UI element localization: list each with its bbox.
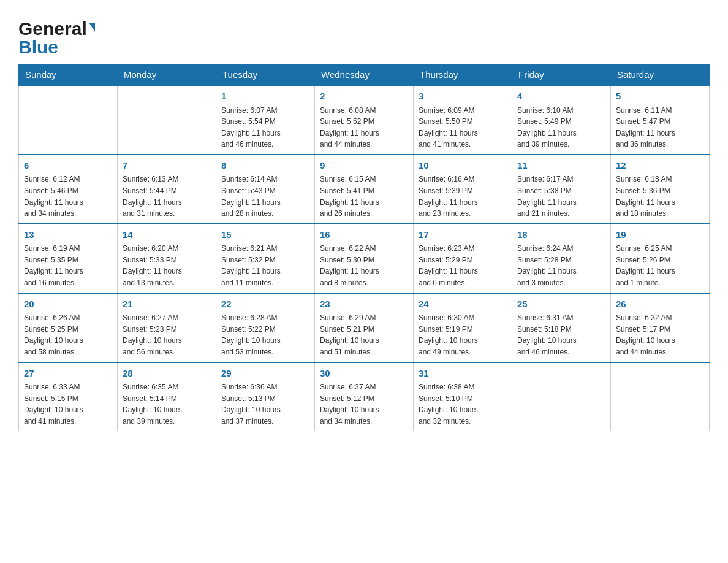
day-info: Sunrise: 6:09 AM Sunset: 5:50 PM Dayligh… xyxy=(419,105,507,150)
day-number: 17 xyxy=(419,228,507,242)
header-thursday: Thursday xyxy=(414,64,512,86)
day-info: Sunrise: 6:19 AM Sunset: 5:35 PM Dayligh… xyxy=(24,243,112,288)
day-info: Sunrise: 6:20 AM Sunset: 5:33 PM Dayligh… xyxy=(123,243,211,288)
day-number: 3 xyxy=(419,90,507,104)
day-info: Sunrise: 6:13 AM Sunset: 5:44 PM Dayligh… xyxy=(123,174,211,219)
day-info: Sunrise: 6:32 AM Sunset: 5:17 PM Dayligh… xyxy=(616,312,704,358)
calendar-week-5: 27Sunrise: 6:33 AM Sunset: 5:15 PM Dayli… xyxy=(19,362,710,431)
day-info: Sunrise: 6:36 AM Sunset: 5:13 PM Dayligh… xyxy=(221,381,309,427)
day-info: Sunrise: 6:35 AM Sunset: 5:14 PM Dayligh… xyxy=(123,381,211,427)
day-info: Sunrise: 6:31 AM Sunset: 5:18 PM Dayligh… xyxy=(517,312,605,358)
calendar-cell: 28Sunrise: 6:35 AM Sunset: 5:14 PM Dayli… xyxy=(118,362,216,431)
day-number: 20 xyxy=(24,297,112,312)
header-wednesday: Wednesday xyxy=(315,64,414,86)
calendar-cell: 10Sunrise: 6:16 AM Sunset: 5:39 PM Dayli… xyxy=(414,155,512,224)
calendar-cell: 16Sunrise: 6:22 AM Sunset: 5:30 PM Dayli… xyxy=(315,224,414,293)
day-info: Sunrise: 6:38 AM Sunset: 5:10 PM Dayligh… xyxy=(419,381,507,427)
day-info: Sunrise: 6:07 AM Sunset: 5:54 PM Dayligh… xyxy=(221,105,309,150)
day-number: 6 xyxy=(24,159,112,173)
calendar-cell: 23Sunrise: 6:29 AM Sunset: 5:21 PM Dayli… xyxy=(315,293,414,362)
day-number: 10 xyxy=(419,159,507,173)
day-number: 15 xyxy=(221,228,309,242)
day-info: Sunrise: 6:21 AM Sunset: 5:32 PM Dayligh… xyxy=(221,243,309,288)
day-number: 9 xyxy=(320,159,408,173)
day-info: Sunrise: 6:14 AM Sunset: 5:43 PM Dayligh… xyxy=(221,174,309,219)
day-number: 23 xyxy=(320,297,408,312)
calendar-cell: 8Sunrise: 6:14 AM Sunset: 5:43 PM Daylig… xyxy=(216,155,315,224)
calendar-cell: 29Sunrise: 6:36 AM Sunset: 5:13 PM Dayli… xyxy=(216,362,315,431)
day-number: 30 xyxy=(320,367,408,381)
day-info: Sunrise: 6:12 AM Sunset: 5:46 PM Dayligh… xyxy=(24,174,112,219)
day-number: 29 xyxy=(221,367,309,381)
calendar-cell: 22Sunrise: 6:28 AM Sunset: 5:22 PM Dayli… xyxy=(216,293,315,362)
calendar-cell: 17Sunrise: 6:23 AM Sunset: 5:29 PM Dayli… xyxy=(414,224,512,293)
day-info: Sunrise: 6:25 AM Sunset: 5:26 PM Dayligh… xyxy=(616,243,704,288)
day-info: Sunrise: 6:10 AM Sunset: 5:49 PM Dayligh… xyxy=(517,105,605,150)
calendar-cell: 25Sunrise: 6:31 AM Sunset: 5:18 PM Dayli… xyxy=(512,293,611,362)
calendar-cell: 27Sunrise: 6:33 AM Sunset: 5:15 PM Dayli… xyxy=(19,362,118,431)
day-number: 13 xyxy=(24,228,112,242)
header-sunday: Sunday xyxy=(19,64,118,86)
day-number: 1 xyxy=(221,90,309,104)
day-number: 12 xyxy=(616,159,704,173)
header-saturday: Saturday xyxy=(611,64,710,86)
logo-triangle-icon xyxy=(89,23,95,32)
day-number: 8 xyxy=(221,159,309,173)
day-info: Sunrise: 6:16 AM Sunset: 5:39 PM Dayligh… xyxy=(419,174,507,219)
day-info: Sunrise: 6:22 AM Sunset: 5:30 PM Dayligh… xyxy=(320,243,408,288)
calendar-cell: 5Sunrise: 6:11 AM Sunset: 5:47 PM Daylig… xyxy=(611,85,710,155)
calendar-cell: 13Sunrise: 6:19 AM Sunset: 5:35 PM Dayli… xyxy=(19,224,118,293)
calendar-cell: 14Sunrise: 6:20 AM Sunset: 5:33 PM Dayli… xyxy=(118,224,216,293)
calendar-cell: 1Sunrise: 6:07 AM Sunset: 5:54 PM Daylig… xyxy=(216,85,315,155)
calendar-cell: 2Sunrise: 6:08 AM Sunset: 5:52 PM Daylig… xyxy=(315,85,414,155)
calendar-cell: 26Sunrise: 6:32 AM Sunset: 5:17 PM Dayli… xyxy=(611,293,710,362)
day-info: Sunrise: 6:23 AM Sunset: 5:29 PM Dayligh… xyxy=(419,243,507,288)
calendar-cell: 7Sunrise: 6:13 AM Sunset: 5:44 PM Daylig… xyxy=(118,155,216,224)
calendar-cell xyxy=(512,362,611,431)
day-number: 4 xyxy=(517,90,605,104)
calendar-cell: 30Sunrise: 6:37 AM Sunset: 5:12 PM Dayli… xyxy=(315,362,414,431)
day-number: 18 xyxy=(517,228,605,242)
day-info: Sunrise: 6:37 AM Sunset: 5:12 PM Dayligh… xyxy=(320,381,408,427)
calendar-cell xyxy=(611,362,710,431)
calendar-week-1: 1Sunrise: 6:07 AM Sunset: 5:54 PM Daylig… xyxy=(19,85,710,155)
calendar-cell: 4Sunrise: 6:10 AM Sunset: 5:49 PM Daylig… xyxy=(512,85,611,155)
day-info: Sunrise: 6:30 AM Sunset: 5:19 PM Dayligh… xyxy=(419,312,507,358)
day-info: Sunrise: 6:28 AM Sunset: 5:22 PM Dayligh… xyxy=(221,312,309,358)
day-number: 19 xyxy=(616,228,704,242)
calendar-cell: 31Sunrise: 6:38 AM Sunset: 5:10 PM Dayli… xyxy=(414,362,512,431)
calendar-week-4: 20Sunrise: 6:26 AM Sunset: 5:25 PM Dayli… xyxy=(19,293,710,362)
calendar-cell xyxy=(118,85,216,155)
calendar-cell: 19Sunrise: 6:25 AM Sunset: 5:26 PM Dayli… xyxy=(611,224,710,293)
day-info: Sunrise: 6:27 AM Sunset: 5:23 PM Dayligh… xyxy=(123,312,211,358)
calendar-cell: 18Sunrise: 6:24 AM Sunset: 5:28 PM Dayli… xyxy=(512,224,611,293)
day-info: Sunrise: 6:15 AM Sunset: 5:41 PM Dayligh… xyxy=(320,174,408,219)
day-number: 7 xyxy=(123,159,211,173)
header-tuesday: Tuesday xyxy=(216,64,315,86)
calendar-cell: 12Sunrise: 6:18 AM Sunset: 5:36 PM Dayli… xyxy=(611,155,710,224)
logo: General Blue xyxy=(18,12,95,58)
calendar-cell: 11Sunrise: 6:17 AM Sunset: 5:38 PM Dayli… xyxy=(512,155,611,224)
day-info: Sunrise: 6:11 AM Sunset: 5:47 PM Dayligh… xyxy=(616,105,704,150)
day-number: 28 xyxy=(123,367,211,381)
day-number: 16 xyxy=(320,228,408,242)
day-info: Sunrise: 6:18 AM Sunset: 5:36 PM Dayligh… xyxy=(616,174,704,219)
day-number: 25 xyxy=(517,297,605,312)
day-info: Sunrise: 6:17 AM Sunset: 5:38 PM Dayligh… xyxy=(517,174,605,219)
day-number: 5 xyxy=(616,90,704,104)
day-number: 26 xyxy=(616,297,704,312)
day-number: 27 xyxy=(24,367,112,381)
calendar-cell: 9Sunrise: 6:15 AM Sunset: 5:41 PM Daylig… xyxy=(315,155,414,224)
logo-general-text: General xyxy=(18,18,87,39)
calendar-cell xyxy=(19,85,118,155)
day-number: 14 xyxy=(123,228,211,242)
calendar-week-3: 13Sunrise: 6:19 AM Sunset: 5:35 PM Dayli… xyxy=(19,224,710,293)
day-info: Sunrise: 6:26 AM Sunset: 5:25 PM Dayligh… xyxy=(24,312,112,358)
calendar-week-2: 6Sunrise: 6:12 AM Sunset: 5:46 PM Daylig… xyxy=(19,155,710,224)
page-header: General Blue xyxy=(18,12,710,58)
day-info: Sunrise: 6:08 AM Sunset: 5:52 PM Dayligh… xyxy=(320,105,408,150)
day-info: Sunrise: 6:29 AM Sunset: 5:21 PM Dayligh… xyxy=(320,312,408,358)
day-number: 21 xyxy=(123,297,211,312)
day-info: Sunrise: 6:24 AM Sunset: 5:28 PM Dayligh… xyxy=(517,243,605,288)
day-number: 22 xyxy=(221,297,309,312)
